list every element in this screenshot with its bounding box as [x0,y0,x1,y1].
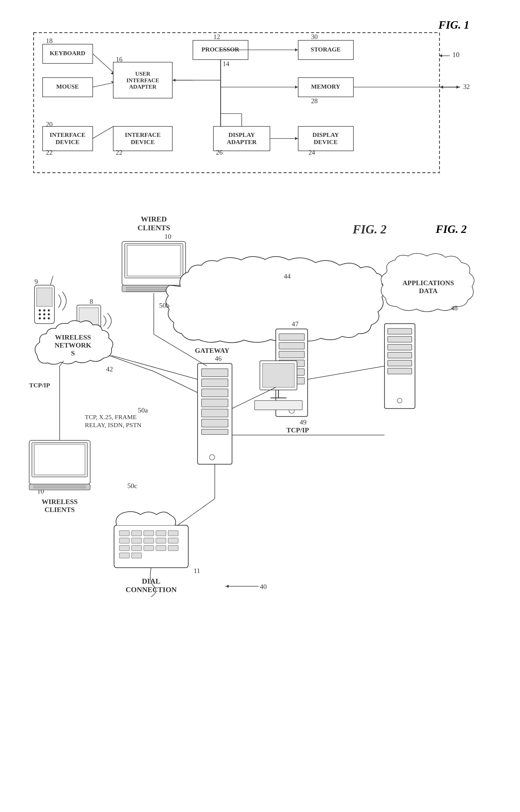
svg-rect-113 [202,369,228,377]
svg-text:50c: 50c [127,482,137,490]
svg-marker-60 [440,86,443,89]
svg-text:WIRELESS: WIRELESS [42,498,78,506]
svg-text:CLIENTS: CLIENTS [138,224,170,232]
svg-rect-164 [168,531,178,536]
svg-text:10: 10 [164,233,171,240]
svg-text:50b: 50b [159,302,170,309]
svg-rect-172 [144,545,154,551]
svg-line-185 [111,355,198,379]
svg-rect-131 [262,363,294,387]
svg-text:CONNECTION: CONNECTION [126,585,177,594]
svg-text:DISPLAY: DISPLAY [228,131,255,138]
svg-rect-117 [202,409,228,417]
svg-text:42: 42 [106,365,113,373]
svg-text:46: 46 [215,355,222,362]
svg-text:NETWORK: NETWORK [55,341,92,349]
svg-text:MOUSE: MOUSE [56,83,79,90]
svg-text:10: 10 [452,51,460,59]
svg-marker-182 [226,585,229,588]
svg-text:DATA: DATA [419,287,438,295]
svg-rect-101 [29,484,90,490]
svg-rect-140 [388,360,412,366]
svg-text:22: 22 [116,149,123,156]
svg-rect-138 [388,344,412,350]
svg-text:48: 48 [451,304,458,312]
fig1-svg: 10 KEYBOARD 18 MOUSE INTERFACE DEVICE 20… [21,16,485,180]
svg-text:20: 20 [46,121,52,128]
svg-text:14: 14 [223,60,230,67]
svg-rect-114 [202,379,228,387]
svg-rect-168 [156,538,166,543]
svg-text:TCP/IP: TCP/IP [286,426,309,434]
svg-rect-118 [202,419,228,427]
svg-rect-163 [156,531,166,536]
svg-rect-167 [144,538,154,543]
svg-text:49: 49 [300,418,307,426]
svg-text:30: 30 [311,33,318,40]
svg-text:16: 16 [116,56,123,63]
svg-text:TCP, X.25, FRAME: TCP, X.25, FRAME [85,413,136,421]
svg-text:47: 47 [292,320,298,328]
svg-rect-125 [279,351,305,358]
svg-rect-116 [202,399,228,407]
svg-rect-115 [202,389,228,397]
svg-rect-137 [388,336,412,342]
fig2-svg: FIG. 2 WIRED CLIENTS 10 8 [21,207,498,790]
svg-rect-176 [132,553,141,558]
fig1-diagram: FIG. 1 10 KEYBOARD 18 MOUSE INTERFACE DE… [21,16,485,180]
svg-rect-174 [168,545,178,551]
svg-text:DISPLAY: DISPLAY [312,131,339,138]
svg-text:DEVICE: DEVICE [314,138,338,145]
svg-point-91 [48,317,50,320]
svg-marker-34 [295,48,298,51]
svg-text:9: 9 [34,278,38,285]
svg-text:28: 28 [311,97,318,104]
svg-text:KEYBOARD: KEYBOARD [50,50,85,56]
svg-text:WIRELESS: WIRELESS [55,333,91,341]
svg-text:INTERFACE: INTERFACE [127,77,159,83]
svg-text:DIAL: DIAL [142,577,160,585]
svg-text:24: 24 [308,149,315,156]
svg-text:MEMORY: MEMORY [311,83,340,90]
svg-text:INTERFACE: INTERFACE [125,131,161,138]
svg-rect-124 [279,342,305,349]
svg-text:32: 32 [463,83,470,90]
svg-rect-175 [119,553,129,558]
svg-text:DEVICE: DEVICE [131,138,155,145]
svg-text:FIG. 2: FIG. 2 [353,223,387,236]
svg-rect-141 [388,368,412,374]
svg-rect-162 [144,531,154,536]
svg-line-147 [308,366,385,379]
svg-marker-61 [457,86,460,89]
svg-text:44: 44 [284,273,291,280]
svg-point-84 [43,309,45,311]
svg-text:GATEWAY: GATEWAY [195,347,229,354]
svg-line-82 [50,276,53,285]
svg-point-88 [48,313,50,315]
svg-text:TCP/IP: TCP/IP [29,382,50,389]
svg-text:ADAPTER: ADAPTER [129,83,157,90]
svg-rect-123 [279,334,305,340]
svg-point-86 [39,313,41,315]
fig2-diagram: FIG. 2 FIG. 2 WIRED CLIENTS 10 8 [21,207,498,790]
svg-text:WIRED: WIRED [141,215,167,223]
svg-line-55 [93,83,113,87]
svg-rect-70 [127,245,180,276]
svg-text:CLIENTS: CLIENTS [45,506,75,513]
svg-line-57 [93,127,113,139]
svg-rect-81 [36,288,52,306]
svg-text:18: 18 [46,37,52,44]
svg-text:RELAY, ISDN, PSTN: RELAY, ISDN, PSTN [85,422,141,428]
svg-text:40: 40 [260,583,267,590]
svg-rect-165 [119,538,129,543]
svg-rect-169 [168,538,178,543]
svg-rect-166 [132,538,141,543]
svg-text:50a: 50a [138,406,148,414]
svg-rect-170 [119,545,129,551]
svg-point-85 [48,309,50,311]
svg-rect-100 [34,444,85,475]
svg-text:PROCESSOR: PROCESSOR [202,46,239,53]
svg-text:11: 11 [193,567,200,575]
svg-rect-139 [388,352,412,358]
svg-text:22: 22 [46,149,52,156]
